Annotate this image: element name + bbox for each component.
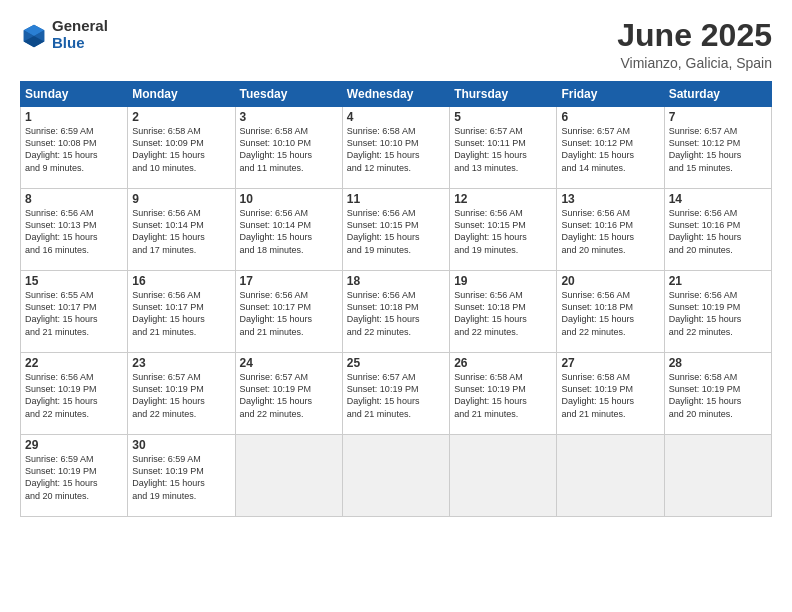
calendar-table: Sunday Monday Tuesday Wednesday Thursday… [20, 81, 772, 517]
header: General Blue June 2025 Vimianzo, Galicia… [20, 18, 772, 71]
col-tuesday: Tuesday [235, 82, 342, 107]
col-wednesday: Wednesday [342, 82, 449, 107]
col-monday: Monday [128, 82, 235, 107]
week-row-3: 15 Sunrise: 6:55 AMSunset: 10:17 PMDayli… [21, 271, 772, 353]
col-friday: Friday [557, 82, 664, 107]
logo-general-text: General [52, 18, 108, 35]
day-8: 8 Sunrise: 6:56 AMSunset: 10:13 PMDaylig… [21, 189, 128, 271]
empty-cell-2 [342, 435, 449, 517]
day-14: 14 Sunrise: 6:56 AMSunset: 10:16 PMDayli… [664, 189, 771, 271]
logo-icon [20, 21, 48, 49]
day-15: 15 Sunrise: 6:55 AMSunset: 10:17 PMDayli… [21, 271, 128, 353]
day-30: 30 Sunrise: 6:59 AMSunset: 10:19 PMDayli… [128, 435, 235, 517]
week-row-5: 29 Sunrise: 6:59 AMSunset: 10:19 PMDayli… [21, 435, 772, 517]
day-13: 13 Sunrise: 6:56 AMSunset: 10:16 PMDayli… [557, 189, 664, 271]
day-21: 21 Sunrise: 6:56 AMSunset: 10:19 PMDayli… [664, 271, 771, 353]
day-6: 6 Sunrise: 6:57 AMSunset: 10:12 PMDaylig… [557, 107, 664, 189]
day-18: 18 Sunrise: 6:56 AMSunset: 10:18 PMDayli… [342, 271, 449, 353]
col-sunday: Sunday [21, 82, 128, 107]
day-1: 1 Sunrise: 6:59 AMSunset: 10:08 PMDaylig… [21, 107, 128, 189]
week-row-4: 22 Sunrise: 6:56 AMSunset: 10:19 PMDayli… [21, 353, 772, 435]
day-11: 11 Sunrise: 6:56 AMSunset: 10:15 PMDayli… [342, 189, 449, 271]
day-7: 7 Sunrise: 6:57 AMSunset: 10:12 PMDaylig… [664, 107, 771, 189]
logo-blue-text: Blue [52, 35, 108, 52]
page: General Blue June 2025 Vimianzo, Galicia… [0, 0, 792, 612]
empty-cell-4 [557, 435, 664, 517]
day-23: 23 Sunrise: 6:57 AMSunset: 10:19 PMDayli… [128, 353, 235, 435]
col-thursday: Thursday [450, 82, 557, 107]
day-24: 24 Sunrise: 6:57 AMSunset: 10:19 PMDayli… [235, 353, 342, 435]
day-3: 3 Sunrise: 6:58 AMSunset: 10:10 PMDaylig… [235, 107, 342, 189]
col-saturday: Saturday [664, 82, 771, 107]
day-4: 4 Sunrise: 6:58 AMSunset: 10:10 PMDaylig… [342, 107, 449, 189]
day-16: 16 Sunrise: 6:56 AMSunset: 10:17 PMDayli… [128, 271, 235, 353]
calendar-subtitle: Vimianzo, Galicia, Spain [617, 55, 772, 71]
empty-cell-5 [664, 435, 771, 517]
day-2: 2 Sunrise: 6:58 AMSunset: 10:09 PMDaylig… [128, 107, 235, 189]
day-9: 9 Sunrise: 6:56 AMSunset: 10:14 PMDaylig… [128, 189, 235, 271]
week-row-2: 8 Sunrise: 6:56 AMSunset: 10:13 PMDaylig… [21, 189, 772, 271]
day-17: 17 Sunrise: 6:56 AMSunset: 10:17 PMDayli… [235, 271, 342, 353]
day-19: 19 Sunrise: 6:56 AMSunset: 10:18 PMDayli… [450, 271, 557, 353]
week-row-1: 1 Sunrise: 6:59 AMSunset: 10:08 PMDaylig… [21, 107, 772, 189]
calendar-title: June 2025 [617, 18, 772, 53]
empty-cell-3 [450, 435, 557, 517]
day-26: 26 Sunrise: 6:58 AMSunset: 10:19 PMDayli… [450, 353, 557, 435]
logo: General Blue [20, 18, 108, 51]
empty-cell-1 [235, 435, 342, 517]
day-12: 12 Sunrise: 6:56 AMSunset: 10:15 PMDayli… [450, 189, 557, 271]
day-5: 5 Sunrise: 6:57 AMSunset: 10:11 PMDaylig… [450, 107, 557, 189]
day-28: 28 Sunrise: 6:58 AMSunset: 10:19 PMDayli… [664, 353, 771, 435]
day-20: 20 Sunrise: 6:56 AMSunset: 10:18 PMDayli… [557, 271, 664, 353]
day-22: 22 Sunrise: 6:56 AMSunset: 10:19 PMDayli… [21, 353, 128, 435]
day-25: 25 Sunrise: 6:57 AMSunset: 10:19 PMDayli… [342, 353, 449, 435]
day-10: 10 Sunrise: 6:56 AMSunset: 10:14 PMDayli… [235, 189, 342, 271]
header-row: Sunday Monday Tuesday Wednesday Thursday… [21, 82, 772, 107]
day-27: 27 Sunrise: 6:58 AMSunset: 10:19 PMDayli… [557, 353, 664, 435]
day-29: 29 Sunrise: 6:59 AMSunset: 10:19 PMDayli… [21, 435, 128, 517]
logo-text: General Blue [52, 18, 108, 51]
title-block: June 2025 Vimianzo, Galicia, Spain [617, 18, 772, 71]
